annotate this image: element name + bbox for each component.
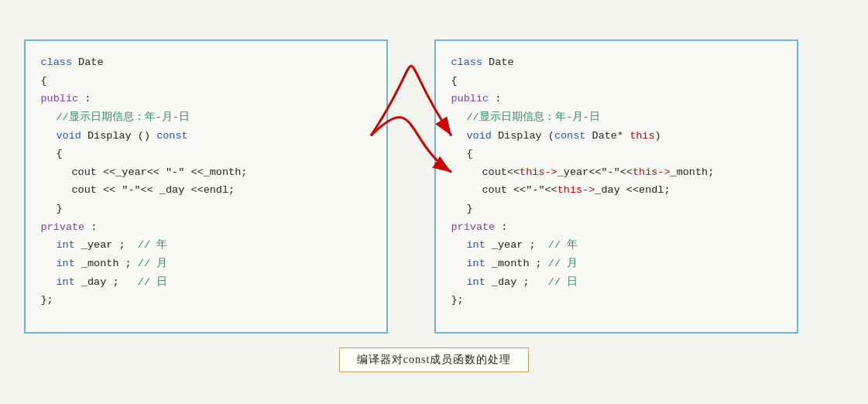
caption-box: 编译器对const成员函数的处理: [339, 348, 530, 372]
right-code-panel: class Date{public ://显示日期信息：年-月-日void Di…: [434, 39, 798, 334]
caption-text: 编译器对const成员函数的处理: [357, 354, 512, 365]
panels-row: class Date{public ://显示日期信息：年-月-日void Di…: [24, 39, 845, 334]
main-container: class Date{public ://显示日期信息：年-月-日void Di…: [24, 24, 845, 380]
left-code-panel: class Date{public ://显示日期信息：年-月-日void Di…: [24, 39, 388, 334]
